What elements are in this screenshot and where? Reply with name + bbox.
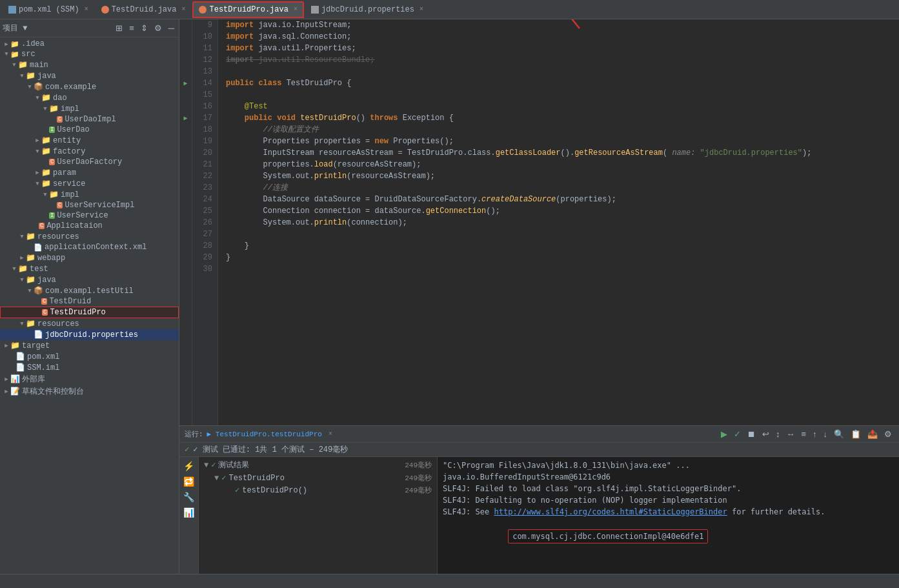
extern-icon: 📊 — [10, 374, 20, 384]
test-item-class[interactable]: ▼ ✓ TestDruidPro 249毫秒 — [201, 472, 434, 484]
tree-service[interactable]: ▼ 📁 service — [0, 178, 179, 189]
code-line-30 — [226, 263, 891, 275]
tree-extern[interactable]: ▶ 📊 外部库 — [0, 373, 179, 385]
tree-comexampl[interactable]: ▼ 📦 com.exampl.testUtil — [0, 285, 179, 296]
run-btn-up[interactable]: ↑ — [811, 429, 819, 440]
sidebar-btn-settings[interactable]: ⚙ — [152, 23, 164, 34]
test-icon: 📁 — [18, 264, 28, 274]
tree-idea[interactable]: ▶ 📁 .idea — [0, 39, 179, 49]
pomxml-icon: 📄 — [15, 352, 25, 361]
code-line-19: Properties properties = new Properties()… — [226, 136, 891, 147]
run-btn-share[interactable]: 📤 — [865, 429, 880, 440]
run-btn-check[interactable]: ✓ — [732, 429, 743, 440]
gutter-12 — [179, 54, 192, 66]
tree-testdruid[interactable]: C TestDruid — [0, 296, 179, 307]
sidebar-btn-1[interactable]: ⊞ — [114, 23, 125, 34]
arrow-java: ▼ — [18, 73, 26, 79]
test-item-method[interactable]: ✓ testDruidPro() 249毫秒 — [201, 484, 434, 496]
line-numbers: 9 10 11 12 13 14 15 16 17 18 19 20 21 22… — [192, 19, 218, 425]
tab-close-testdruid[interactable]: × — [181, 6, 185, 13]
code-editor[interactable]: import java.io.InputStream; import java.… — [218, 19, 899, 425]
run-btn-sort2[interactable]: ↔ — [784, 429, 796, 440]
tree-appcontext[interactable]: 📄 applicationContext.xml — [0, 242, 179, 252]
sidebar-btn-minimize[interactable]: ─ — [167, 23, 176, 34]
sidebar-btn-2[interactable]: ≡ — [127, 23, 136, 34]
tree-userdao[interactable]: I UserDao — [0, 125, 179, 135]
ln-10: 10 — [197, 31, 212, 43]
testdruid-icon: C — [41, 298, 47, 305]
sidebar-btn-3[interactable]: ⇕ — [139, 23, 150, 34]
tab-close-testdruidpro[interactable]: × — [294, 6, 298, 13]
tree-java[interactable]: ▼ 📁 java — [0, 70, 179, 81]
test-item-root[interactable]: ▼ ✓ 测试结果 249毫秒 — [201, 458, 434, 472]
tree-ssmiml[interactable]: 📄 SSM.iml — [0, 362, 179, 373]
console-content[interactable]: "C:\Program Files\Java\jdk1.8.0_131\bin\… — [438, 457, 899, 574]
run-btn-sort1[interactable]: ↕ — [774, 429, 782, 440]
file-tree[interactable]: ▶ 📁 .idea ▼ 📁 src ▼ 📁 main ▼ — [0, 37, 179, 574]
ln-16: 16 — [197, 101, 212, 112]
java-icon-1 — [101, 6, 109, 14]
code-line-10: import java.sql.Connection; — [226, 31, 891, 43]
tab-pom[interactable]: pom.xml (SSM) × — [3, 1, 94, 18]
tree-application[interactable]: C Applicataion — [0, 221, 179, 231]
side-btn-1[interactable]: ⚡ — [182, 460, 196, 472]
run-btn-expand[interactable]: ≡ — [799, 429, 808, 440]
tree-dao[interactable]: ▼ 📁 dao — [0, 92, 179, 103]
tree-webapp[interactable]: ▶ 📁 webapp — [0, 252, 179, 263]
code-line-12: import java.util.ResourceBundle; — [226, 54, 891, 66]
tree-resources[interactable]: ▼ 📁 resources — [0, 231, 179, 242]
run-btn-play[interactable]: ▶ — [719, 429, 729, 440]
tree-service-impl[interactable]: ▼ 📁 impl — [0, 189, 179, 200]
side-btn-2[interactable]: 🔁 — [182, 475, 196, 488]
tree-userdaofactory[interactable]: C UserDaoFactory — [0, 157, 179, 167]
run-btn-down[interactable]: ↓ — [822, 429, 830, 440]
tree-test[interactable]: ▼ 📁 test — [0, 263, 179, 274]
arrow-scratch: ▶ — [3, 388, 10, 395]
tree-userservice[interactable]: I UserService — [0, 210, 179, 221]
tree-impl[interactable]: ▼ 📁 impl — [0, 103, 179, 114]
side-btn-3[interactable]: 🔧 — [182, 491, 196, 503]
tree-userserviceimpl[interactable]: C UserServiceImpl — [0, 200, 179, 210]
run-test-name: ▶ TestDruidPro.testDruidPro — [207, 430, 322, 438]
arrow-comexample: ▼ — [26, 84, 34, 90]
side-btn-4[interactable]: 📊 — [182, 506, 196, 519]
tab-testdruid[interactable]: TestDruid.java × — [96, 1, 192, 18]
run-btn-rerun[interactable]: ↩ — [760, 429, 771, 440]
tree-testdruidpro[interactable]: C TestDruidPro — [0, 307, 179, 318]
tree-java2[interactable]: ▼ 📁 java — [0, 274, 179, 285]
tab-bar: pom.xml (SSM) × TestDruid.java × TestDru… — [0, 0, 899, 19]
tab-jdbcdruid[interactable]: jdbcDruid.properties × — [305, 1, 429, 18]
run-btn-export[interactable]: 📋 — [849, 429, 863, 440]
tab-close-pom[interactable]: × — [85, 6, 88, 13]
tree-userdaoimpl[interactable]: C UserDaoImpl — [0, 114, 179, 125]
tree-entity[interactable]: ▶ 📁 entity — [0, 135, 179, 146]
tree-target[interactable]: ▶ 📁 target — [0, 340, 179, 351]
tab-testdruidpro[interactable]: TestDruidPro.java × — [192, 1, 303, 18]
tree-scratch[interactable]: ▶ 📝 草稿文件和控制台 — [0, 385, 179, 398]
slf4j-link[interactable]: http://www.slf4j.org/codes.html#StaticLo… — [494, 507, 727, 516]
arrow-resources: ▼ — [18, 234, 26, 240]
test-tree[interactable]: ▼ ✓ 测试结果 249毫秒 ▼ ✓ TestDruidPro 249毫秒 — [199, 457, 437, 574]
editor-wrapper: ▶ ▶ — [179, 19, 899, 425]
gutter-21 — [179, 159, 192, 170]
code-line-16: @Test — [226, 101, 891, 112]
tree-pomxml[interactable]: 📄 pom.xml — [0, 351, 179, 362]
tree-jdbcdruid-file[interactable]: 📄 jdbcDruid.properties — [0, 329, 179, 340]
tree-param[interactable]: ▶ 📁 param — [0, 167, 179, 178]
run-btn-stop[interactable]: ⏹ — [745, 429, 758, 440]
tree-factory[interactable]: ▼ 📁 factory — [0, 146, 179, 157]
run-bar-close[interactable]: × — [328, 431, 332, 438]
code-container[interactable]: ▶ ▶ — [179, 19, 899, 425]
tree-src[interactable]: ▼ 📁 src — [0, 49, 179, 59]
tab-close-jdbcdruid[interactable]: × — [419, 6, 423, 13]
tree-main[interactable]: ▼ 📁 main — [0, 59, 179, 70]
tree-comexample[interactable]: ▼ 📦 com.example — [0, 81, 179, 92]
run-btn-settings[interactable]: ⚙ — [882, 429, 894, 440]
code-line-17: public void testDruidPro() throws Except… — [226, 112, 891, 124]
tree-resources2[interactable]: ▼ 📁 resources — [0, 318, 179, 329]
gutter-24 — [179, 194, 192, 205]
gutter-10 — [179, 31, 192, 43]
java2-icon: 📁 — [26, 275, 35, 285]
code-line-9: import java.io.InputStream; — [226, 19, 891, 31]
run-btn-search[interactable]: 🔍 — [832, 429, 846, 440]
